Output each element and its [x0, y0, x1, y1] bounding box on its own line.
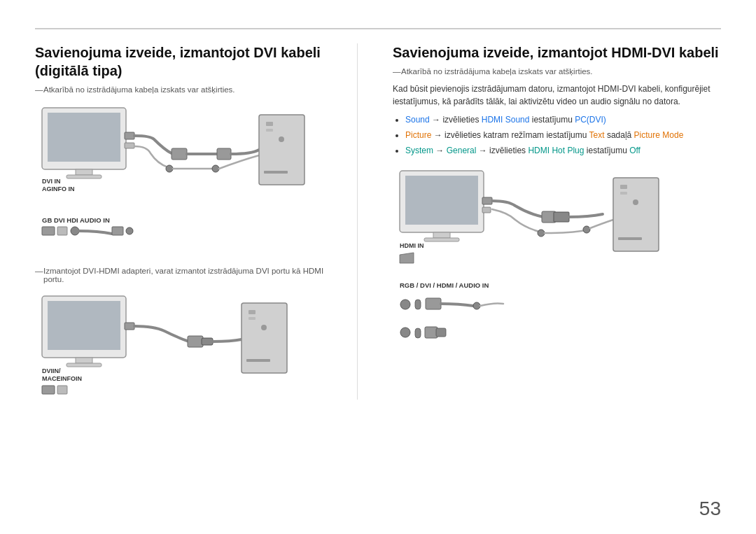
- right-section: Savienojuma izveide, izmantojot HDMI-DVI…: [386, 43, 729, 400]
- svg-rect-14: [264, 171, 288, 174]
- svg-rect-24: [48, 301, 120, 350]
- bullet2-picturemode: Picture Mode: [634, 130, 684, 140]
- bullet3-arrow1: →: [435, 146, 446, 155]
- svg-rect-25: [76, 358, 92, 363]
- right-note: Atkarībā no izstrādājuma kabeļa izskats …: [393, 67, 729, 76]
- svg-rect-44: [482, 207, 491, 213]
- svg-point-22: [126, 227, 133, 234]
- top-rule: [35, 28, 721, 29]
- bullet1-hdmi-sound: HDMI Sound: [482, 115, 530, 125]
- bullet3-general: General: [447, 146, 477, 155]
- svg-rect-43: [482, 197, 492, 204]
- bullet1-sound: Sound: [405, 115, 430, 125]
- svg-rect-59: [426, 298, 441, 309]
- page: Savienojuma izveide, izmantojot DVI kabe…: [0, 0, 756, 534]
- svg-point-13: [279, 136, 284, 142]
- left-section: Savienojuma izveide, izmantojot DVI kabe…: [35, 43, 358, 400]
- left-note: Atkarībā no izstrādājuma kabeļa izskats …: [35, 85, 336, 94]
- bullet3-hotplug: HDMI Hot Plug: [528, 146, 584, 155]
- svg-point-50: [583, 226, 590, 233]
- svg-rect-53: [620, 192, 627, 195]
- svg-rect-7: [217, 148, 231, 160]
- svg-text:GB DVI HDI AUDIO IN: GB DVI HDI AUDIO IN: [42, 216, 110, 224]
- bullet2-text: Text: [589, 130, 605, 140]
- svg-text:AGINFO IN: AGINFO IN: [42, 185, 75, 192]
- svg-rect-41: [433, 232, 450, 238]
- svg-rect-33: [202, 338, 213, 345]
- svg-rect-12: [266, 129, 273, 132]
- svg-rect-55: [618, 237, 642, 240]
- page-number: 53: [699, 498, 721, 520]
- svg-rect-19: [57, 227, 67, 235]
- svg-text:RGB / DVI / HDMI / AUDIO IN: RGB / DVI / HDMI / AUDIO IN: [400, 281, 489, 289]
- svg-point-8: [166, 165, 173, 172]
- dvi-svg-top: DVI IN AGINFO IN: [35, 101, 336, 209]
- bullet2-sadala: sadaļā: [607, 130, 634, 140]
- svg-rect-4: [125, 132, 134, 139]
- svg-text:MACEINFOIN: MACEINFOIN: [42, 375, 82, 382]
- svg-rect-18: [42, 227, 55, 235]
- bullet3-off: Off: [629, 146, 640, 155]
- bullet-list: Sound → izvēlieties HDMI Sound iestatīju…: [393, 113, 729, 157]
- svg-point-49: [538, 230, 545, 237]
- dvi-svg-bottom: DVIIN/ MACEINFOIN: [35, 289, 336, 398]
- svg-rect-40: [405, 176, 478, 225]
- svg-rect-52: [620, 185, 627, 189]
- svg-rect-36: [248, 317, 255, 320]
- svg-rect-27: [125, 323, 134, 330]
- svg-rect-2: [76, 169, 92, 175]
- svg-rect-42: [424, 238, 459, 241]
- svg-rect-30: [42, 386, 55, 394]
- dvi-audio-svg: GB DVI HDI AUDIO IN: [35, 213, 336, 255]
- svg-rect-58: [415, 300, 421, 309]
- svg-point-37: [261, 325, 267, 330]
- svg-point-54: [633, 199, 638, 205]
- left-title: Savienojuma izveide, izmantojot DVI kabe…: [35, 43, 336, 80]
- svg-rect-31: [57, 386, 67, 394]
- rgb-svg: RGB / DVI / HDMI / AUDIO IN: [393, 278, 729, 323]
- svg-rect-26: [66, 363, 102, 367]
- svg-marker-46: [400, 253, 414, 263]
- svg-rect-3: [66, 175, 102, 178]
- svg-point-60: [473, 302, 480, 309]
- svg-point-61: [400, 328, 410, 337]
- svg-rect-21: [112, 227, 123, 235]
- svg-text:DVIIN/: DVIIN/: [42, 367, 61, 374]
- svg-text:HDMI IN: HDMI IN: [400, 242, 424, 249]
- bullet-3: System → General → izvēlieties HDMI Hot …: [405, 144, 729, 157]
- right-title: Savienojuma izveide, izmantojot HDMI-DVI…: [393, 43, 729, 62]
- svg-rect-11: [266, 122, 273, 126]
- svg-point-57: [400, 300, 410, 309]
- svg-text:DVI IN: DVI IN: [42, 178, 61, 185]
- bullet3-system: System: [405, 146, 433, 155]
- hdmi-svg: HDMI IN: [393, 164, 729, 276]
- dvi-bottom-section: Izmantojot DVI-HDMI adapteri, varat izma…: [35, 267, 336, 400]
- svg-rect-48: [554, 212, 569, 222]
- svg-rect-6: [172, 148, 187, 160]
- svg-rect-32: [188, 336, 203, 347]
- dvi-diagram-bottom: DVIIN/ MACEINFOIN: [35, 289, 336, 400]
- svg-rect-62: [415, 328, 421, 338]
- svg-rect-35: [248, 310, 255, 314]
- dvi-audio-label-area: GB DVI HDI AUDIO IN: [35, 213, 336, 257]
- bullet-2: Picture → izvēlieties katram režīmam ies…: [405, 129, 729, 141]
- bullet1-pcdvi: PC(DVI): [575, 115, 606, 125]
- svg-rect-38: [246, 359, 270, 362]
- svg-rect-5: [125, 143, 134, 148]
- svg-rect-10: [259, 115, 304, 185]
- two-column-layout: Savienojuma izveide, izmantojot DVI kabe…: [35, 43, 721, 400]
- bullet3-text3: iestatījumu: [587, 146, 629, 155]
- bottom-note: Izmantojot DVI-HDMI adapteri, varat izma…: [35, 267, 336, 283]
- audio-connector-svg: [393, 318, 533, 346]
- svg-rect-34: [241, 303, 287, 373]
- bullet3-arrow2: → izvēlieties: [479, 146, 528, 155]
- hdmi-diagram: HDMI IN: [393, 164, 729, 278]
- dvi-diagram-top: DVI IN AGINFO IN: [35, 101, 336, 211]
- bullet2-picture: Picture: [405, 130, 431, 140]
- svg-rect-64: [436, 328, 446, 337]
- svg-point-9: [212, 165, 219, 172]
- bullet2-arrow: → izvēlieties katram režīmam iestatījumu: [434, 130, 589, 140]
- right-intro: Kad būsit pievienojis izstrādājumam dato…: [393, 83, 729, 108]
- bullet-1: Sound → izvēlieties HDMI Sound iestatīju…: [405, 113, 729, 126]
- bullet1-text2: iestatījumu: [532, 115, 575, 125]
